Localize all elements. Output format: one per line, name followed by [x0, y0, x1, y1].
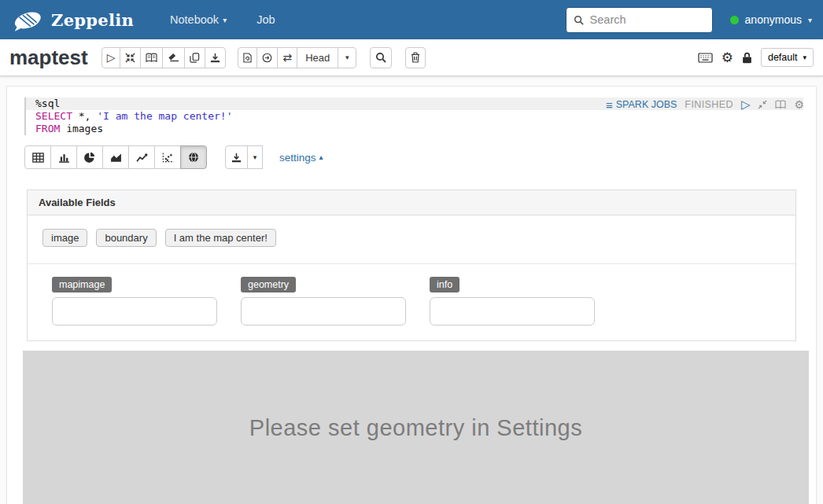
revert-circle-icon: [262, 53, 272, 63]
compare-revisions-button[interactable]: ⇄: [277, 47, 297, 68]
revision-dropdown-caret[interactable]: ▾: [338, 47, 356, 68]
map-placeholder-message: Please set geometry in Settings: [249, 415, 582, 441]
paragraph-status-row: ≡ SPARK JOBS FINISHED ▷ ⚙: [606, 97, 804, 112]
navbar-search-box[interactable]: [566, 7, 713, 33]
nav-item-notebook[interactable]: Notebook ▾: [170, 13, 227, 26]
search-icon: [574, 15, 584, 25]
compress-icon: [758, 100, 767, 109]
show-editor-button[interactable]: [775, 100, 786, 109]
note-actions-group: ▷: [101, 47, 227, 68]
download-dropdown-caret[interactable]: ▾: [247, 145, 263, 169]
chevron-down-icon: ▾: [223, 16, 227, 24]
revision-head-button[interactable]: Head: [297, 47, 338, 68]
eraser-icon: [168, 53, 179, 62]
dropzone-input-mapimage[interactable]: [52, 297, 217, 326]
toggle-code-button[interactable]: [120, 47, 141, 68]
search-icon: [375, 52, 386, 63]
book-icon: [146, 53, 157, 63]
dropzone-input-geometry[interactable]: [241, 297, 406, 326]
run-all-button[interactable]: ▷: [101, 47, 121, 68]
fields-panel: Available Fields imageboundaryI am the m…: [27, 189, 796, 341]
export-note-button[interactable]: [205, 47, 226, 68]
field-chip[interactable]: image: [42, 229, 87, 247]
version-control-group: ⇄ Head ▾: [238, 47, 356, 68]
compress-icon: [125, 53, 135, 63]
table-icon: [32, 153, 44, 163]
dropzone-label: mapimage: [52, 277, 112, 292]
viz-button-bar-chart[interactable]: [50, 145, 77, 169]
map-canvas: Please set geometry in Settings: [23, 351, 809, 504]
bar-chart-icon: [58, 153, 70, 163]
caret-down-icon: ▾: [253, 154, 257, 161]
dropzone-label: info: [430, 277, 459, 292]
spark-jobs-link[interactable]: ≡ SPARK JOBS: [606, 98, 677, 112]
note-title[interactable]: maptest: [9, 46, 88, 70]
top-navbar: Zeppelin Notebook ▾ Job anonymous ▾: [0, 0, 823, 39]
scatter-chart-icon: [162, 153, 174, 163]
run-paragraph-button[interactable]: ▷: [741, 97, 751, 112]
viz-button-scatter-chart[interactable]: [154, 145, 181, 169]
code-line[interactable]: FROM images: [26, 123, 803, 135]
note-toolbar: maptest ▷: [0, 39, 823, 76]
zeppelin-brand[interactable]: Zeppelin: [11, 8, 134, 31]
download-data-button[interactable]: [225, 145, 248, 169]
code-line[interactable]: SELECT *, 'I am the map center!': [26, 110, 803, 123]
download-icon: [210, 53, 220, 63]
paragraph-settings-gear-icon[interactable]: ⚙: [794, 99, 804, 110]
clone-note-button[interactable]: [184, 47, 205, 68]
shortcuts-keyboard-icon[interactable]: [698, 53, 713, 63]
caret-down-icon: ▾: [803, 54, 806, 61]
field-chip[interactable]: boundary: [96, 229, 156, 247]
trash-icon: [411, 52, 420, 63]
collapse-paragraph-button[interactable]: [758, 100, 767, 109]
paragraph-state-badge: FINISHED: [685, 99, 733, 110]
chart-type-group: [24, 145, 207, 169]
dropzone-label: geometry: [241, 277, 296, 292]
download-icon: [231, 153, 242, 163]
user-name: anonymous: [745, 13, 802, 26]
compare-arrows-icon: ⇄: [282, 52, 292, 63]
brand-name: Zeppelin: [51, 10, 134, 30]
file-version-icon: [243, 53, 252, 63]
line-chart-icon: [136, 153, 148, 163]
toggle-output-button[interactable]: [140, 47, 163, 68]
download-data-group: ▾: [225, 145, 263, 169]
search-code-button[interactable]: [370, 47, 392, 68]
play-icon: ▷: [741, 97, 751, 112]
play-icon: ▷: [107, 52, 116, 63]
dropzone-mapimage: mapimage: [52, 277, 217, 326]
dropzones-row: mapimagegeometryinfo: [28, 264, 795, 340]
clone-icon: [190, 53, 200, 63]
available-fields-row: imageboundaryI am the map center!: [28, 215, 795, 264]
viz-button-area-chart[interactable]: [102, 145, 129, 169]
commit-version-button[interactable]: [238, 47, 257, 68]
chevron-down-icon: ▾: [808, 16, 812, 24]
clear-output-button[interactable]: [162, 47, 185, 68]
fields-panel-title: Available Fields: [28, 190, 795, 215]
list-icon: ≡: [606, 98, 613, 112]
dropzone-info: info: [430, 277, 595, 326]
user-status-dot: [730, 16, 739, 24]
display-mode-dropdown[interactable]: default ▾: [761, 48, 814, 67]
book-icon: [775, 100, 786, 109]
pie-chart-icon: [84, 152, 95, 163]
viz-button-table[interactable]: [24, 145, 51, 169]
viz-button-line-chart[interactable]: [128, 145, 155, 169]
search-input[interactable]: [589, 13, 705, 27]
user-menu[interactable]: anonymous ▾: [730, 13, 812, 26]
remove-note-button[interactable]: [405, 47, 426, 68]
visualization-row: ▾ settings ▴: [24, 145, 803, 169]
field-chip[interactable]: I am the map center!: [165, 229, 276, 247]
globe-icon: [188, 152, 199, 163]
nav-item-job[interactable]: Job: [256, 13, 275, 26]
viz-button-pie-chart[interactable]: [76, 145, 103, 169]
caret-up-icon: ▴: [319, 153, 323, 161]
area-chart-icon: [110, 153, 122, 163]
zeppelin-logo-icon: [11, 8, 44, 31]
dropzone-input-info[interactable]: [430, 297, 595, 326]
set-revision-button[interactable]: [256, 47, 278, 68]
viz-button-map-globe[interactable]: [180, 145, 207, 169]
interpreter-gear-icon[interactable]: ⚙: [722, 51, 733, 64]
settings-toggle-link[interactable]: settings ▴: [279, 152, 323, 164]
permissions-lock-icon[interactable]: [742, 52, 752, 64]
